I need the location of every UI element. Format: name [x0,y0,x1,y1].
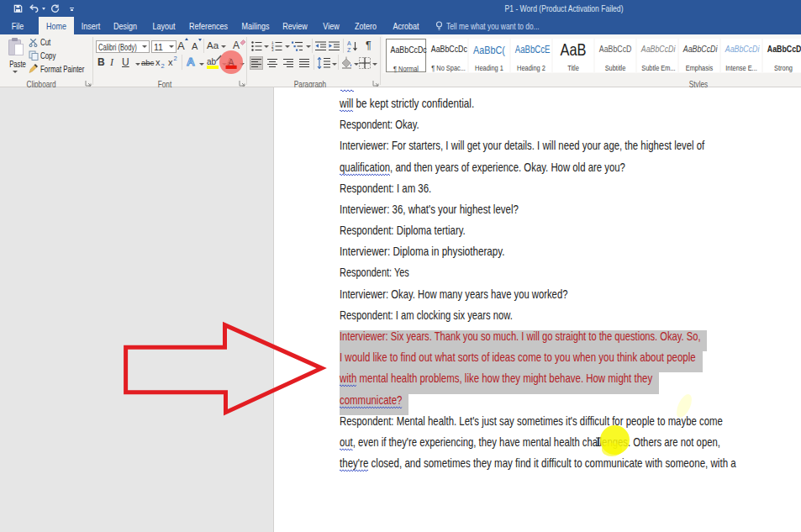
svg-text:Z: Z [347,47,351,53]
svg-text:A: A [347,40,351,46]
svg-text:3: 3 [271,48,274,51]
